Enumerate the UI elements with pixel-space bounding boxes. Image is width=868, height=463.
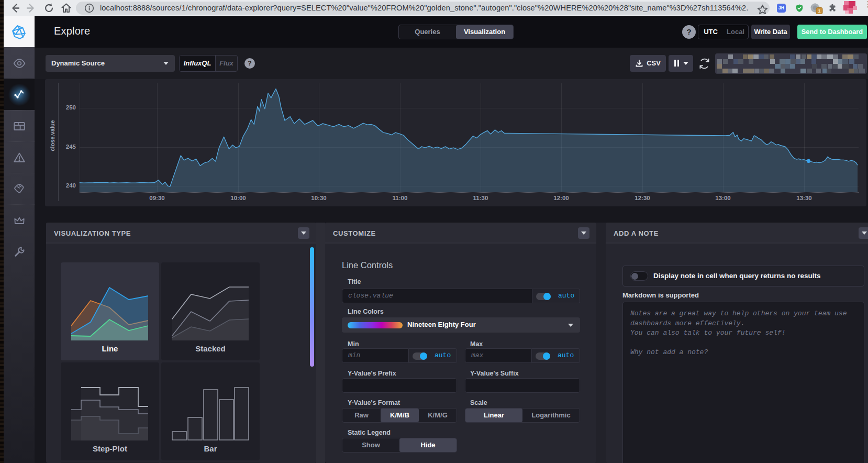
- svg-text:1: 1: [818, 8, 820, 14]
